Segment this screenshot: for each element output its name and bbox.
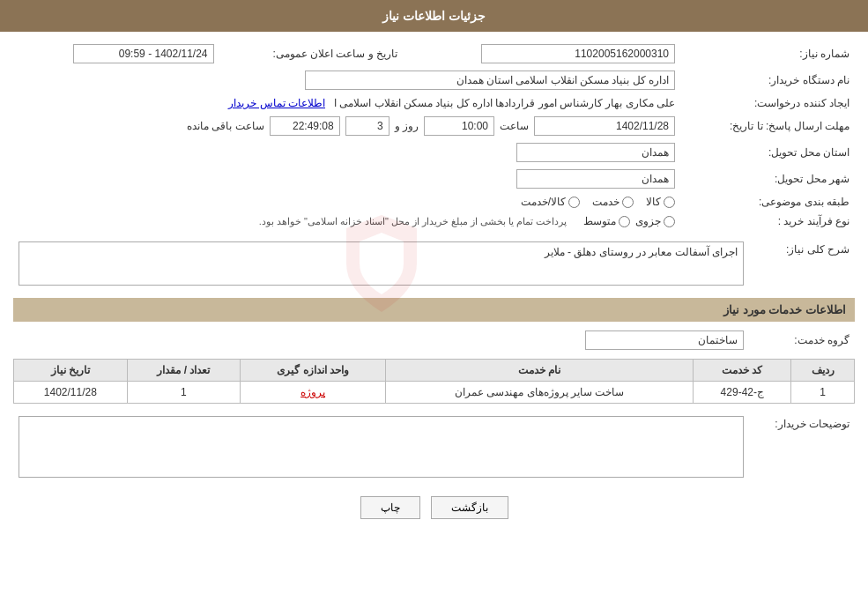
radio-kala-khedmat[interactable]: کالا/خدمت: [521, 196, 580, 208]
ettelaat-tamas-link[interactable]: اطلاعات تماس خریدار: [228, 97, 325, 109]
goroh-label: گروه خدمت:: [749, 327, 855, 353]
chap-button[interactable]: چاپ: [360, 496, 420, 519]
baghimande-label: ساعت باقی مانده: [187, 120, 264, 132]
shahr-value: همدان: [13, 166, 680, 192]
radio-kala[interactable]: کالا: [646, 196, 675, 208]
cell-vahed: پروژه: [241, 382, 386, 404]
button-row: بازگشت چاپ: [13, 496, 855, 519]
mohlat-label: مهلت ارسال پاسخ: تا تاریخ:: [680, 113, 855, 139]
page-header: جزئیات اطلاعات نیاز: [0, 0, 868, 32]
col-tedad: تعداد / مقدار: [127, 360, 241, 382]
goroh-table: گروه خدمت: ساختمان: [13, 327, 855, 353]
shield-watermark: [329, 211, 434, 316]
bazgasht-button[interactable]: بازگشت: [431, 496, 508, 519]
saat-label: ساعت: [500, 120, 529, 132]
radio-jozvi[interactable]: جزوی: [635, 215, 675, 227]
info-table: شماره نیاز: 1102005162000310 تاریخ و ساع…: [13, 41, 855, 231]
ostan-label: استان محل تحویل:: [680, 139, 855, 166]
ijad-konande-value: علی مکاری بهار کارشناس امور قراردادها اد…: [13, 93, 680, 113]
ostan-value: همدان: [13, 139, 680, 166]
sharh-table: شرح کلی نیاز: اجرای آسفالت معابر در روست…: [13, 238, 855, 289]
col-tarikh: تاریخ نیاز: [14, 360, 128, 382]
table-row: 1 ج-42-429 ساخت سایر پروژه‌های مهندسی عم…: [14, 382, 855, 404]
radio-mottaset[interactable]: متوسط: [583, 215, 630, 227]
shomare-niaz-label: شماره نیاز:: [680, 41, 855, 67]
tawzihat-label: توضیحات خریدار:: [749, 412, 855, 484]
services-table: ردیف کد خدمت نام خدمت واحد اندازه گیری ت…: [13, 359, 855, 404]
tawzihat-textarea[interactable]: [19, 416, 744, 478]
now-farayand-label: نوع فرآیند خرید :: [680, 212, 855, 231]
shomare-niaz-value: 1102005162000310: [403, 41, 680, 67]
cell-radif: 1: [791, 382, 855, 404]
shahr-label: شهر محل تحویل:: [680, 166, 855, 192]
radio-khedmat[interactable]: خدمت: [592, 196, 634, 208]
col-kod: کد خدمت: [694, 360, 791, 382]
sharh-label: شرح کلی نیاز:: [749, 238, 855, 289]
rooz-label: روز و: [395, 120, 419, 132]
tarifbandi-label: طبقه بندی موضوعی:: [680, 192, 855, 212]
tawzihat-value: [13, 412, 749, 484]
khadamat-section-title: اطلاعات خدمات مورد نیاز: [13, 298, 855, 322]
cell-tarikh: 1402/11/28: [14, 382, 128, 404]
tarifbandi-value: کالا خدمت کالا/خدمت: [13, 192, 680, 212]
page-title: جزئیات اطلاعات نیاز: [382, 9, 486, 23]
col-name: نام خدمت: [385, 360, 693, 382]
mohlat-value: 1402/11/28 ساعت 10:00 روز و 3 22:49:08 س…: [13, 113, 680, 139]
tarikh-elan-value: 1402/11/24 - 09:59: [13, 41, 219, 67]
tawzihat-table: توضیحات خریدار:: [13, 412, 855, 484]
tarikh-elan-label: تاریخ و ساعت اعلان عمومی:: [219, 41, 404, 67]
nam-dastgah-value: اداره کل بنیاد مسکن انقلاب اسلامی استان …: [13, 67, 680, 93]
ijad-konande-label: ایجاد کننده درخواست:: [680, 93, 855, 113]
goroh-value: ساختمان: [13, 327, 749, 353]
cell-kod: ج-42-429: [694, 382, 791, 404]
cell-name: ساخت سایر پروژه‌های مهندسی عمران: [385, 382, 693, 404]
cell-tedad: 1: [127, 382, 241, 404]
nam-dastgah-label: نام دستگاه خریدار:: [680, 67, 855, 93]
col-vahed: واحد اندازه گیری: [241, 360, 386, 382]
sharh-value: اجرای آسفالت معابر در روستای دهلق - ملای…: [13, 238, 749, 289]
col-radif: ردیف: [791, 360, 855, 382]
